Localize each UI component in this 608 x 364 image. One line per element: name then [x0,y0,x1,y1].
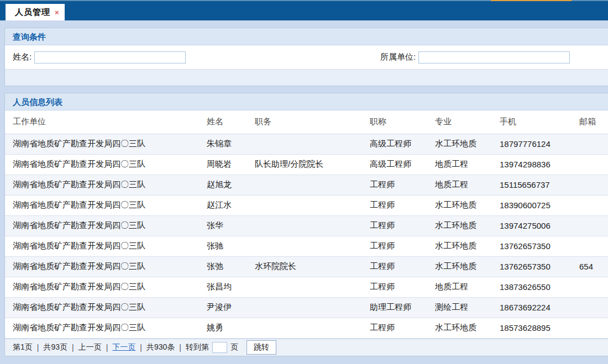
table-cell [579,154,608,175]
table-cell: 工程师 [370,215,435,236]
name-field-group: 姓名: [13,45,186,69]
table-cell: 13762657350 [500,236,579,256]
table-cell [255,175,370,195]
total-pages-info: 共93页 [43,342,67,352]
table-cell: 水工环地质 [435,195,500,215]
table-cell: 地质工程 [435,175,500,195]
personnel-table-body: 湖南省地质矿产勘查开发局四〇三队朱锦章高级工程师水工环地质18797776124… [5,134,608,338]
table-cell: 队长助理/分院院长 [255,154,370,175]
table-cell [579,277,608,297]
table-cell: 18673692224 [500,297,579,318]
table-cell: 13873626550 [500,277,579,297]
table-cell: 湖南省地质矿产勘查开发局四〇三队 [5,195,207,215]
pagination-separator: | [72,343,74,352]
close-icon[interactable]: × [55,9,59,16]
top-edge-strip [0,0,608,1]
table-cell: 张华 [207,215,255,236]
table-cell: 水工环地质 [435,256,500,277]
table-cell [255,195,370,215]
pagination-bar: 第1页 | 共93页 | 上一页 | 下一页 | 共930条 | 转到第 页 跳… [5,339,608,356]
column-header: 姓名 [207,110,255,134]
column-header: 手机 [500,110,579,134]
personnel-management-page: { "top_tab": { "label": "人员管理", "close_i… [0,0,608,364]
pagination-separator: | [179,343,181,352]
table-cell: 15115656737 [500,175,579,195]
query-panel: 查询条件 姓名: 所属单位: [4,28,608,86]
table-row[interactable]: 湖南省地质矿产勘查开发局四〇三队姚勇工程师水工环地质18573628895 [5,318,608,338]
table-cell [579,297,608,318]
tab-label: 人员管理 [15,7,50,18]
table-cell: 工程师 [370,256,435,277]
query-panel-title: 查询条件 [5,28,608,45]
query-form-row: 姓名: 所属单位: [5,45,608,69]
table-cell: 张昌均 [207,277,255,297]
table-cell: 水工环地质 [435,134,500,154]
table-cell: 13974275006 [500,215,579,236]
column-header: 邮箱 [579,110,608,134]
table-cell [579,318,608,338]
table-row[interactable]: 湖南省地质矿产勘查开发局四〇三队张弛水环院院长工程师水工环地质137626573… [5,256,608,277]
personnel-table: 工作单位姓名职务职称专业手机邮箱 湖南省地质矿产勘查开发局四〇三队朱锦章高级工程… [5,110,608,339]
table-cell: 654 [579,256,608,277]
next-page-link[interactable]: 下一页 [112,342,135,352]
table-cell [255,318,370,338]
table-cell: 湖南省地质矿产勘查开发局四〇三队 [5,236,207,256]
table-cell [255,297,370,318]
table-cell: 湖南省地质矿产勘查开发局四〇三队 [5,277,207,297]
pagination-separator: | [106,343,108,352]
column-header: 职称 [370,110,435,134]
table-cell: 地质工程 [435,154,500,175]
table-cell: 湖南省地质矿产勘查开发局四〇三队 [5,175,207,195]
top-edge-orange-segment [491,0,572,1]
table-cell: 湖南省地质矿产勘查开发局四〇三队 [5,256,207,277]
table-cell: 高级工程师 [370,154,435,175]
total-records-info: 共930条 [146,342,175,352]
table-cell: 13762657350 [500,256,579,277]
goto-page-prefix: 转到第 [186,342,209,352]
table-cell: 地质工程 [435,277,500,297]
table-cell [255,236,370,256]
personnel-list-panel: 人员信息列表 工作单位姓名职务职称专业手机邮箱 湖南省地质矿产勘查开发局四〇三队… [4,93,608,356]
table-cell: 水工环地质 [435,215,500,236]
table-cell: 18390600725 [500,195,579,215]
jump-button[interactable]: 跳转 [247,340,276,355]
table-row[interactable]: 湖南省地质矿产勘查开发局四〇三队赵江水工程师水工环地质18390600725 [5,195,608,215]
table-cell [579,195,608,215]
table-cell: 水工环地质 [435,318,500,338]
prev-page-button[interactable]: 上一页 [78,342,102,352]
name-input[interactable] [34,51,186,64]
table-cell: 张驰 [207,236,255,256]
table-cell: 周晓岩 [207,154,255,175]
pagination-separator: | [37,343,39,352]
table-row[interactable]: 湖南省地质矿产勘查开发局四〇三队朱锦章高级工程师水工环地质18797776124 [5,134,608,154]
unit-field-group: 所属单位: [380,45,570,69]
query-panel-footer [5,69,608,86]
table-cell: 工程师 [370,236,435,256]
personnel-table-header-row: 工作单位姓名职务职称专业手机邮箱 [5,110,608,134]
table-cell: 工程师 [370,195,435,215]
table-cell: 13974298836 [500,154,579,175]
table-row[interactable]: 湖南省地质矿产勘查开发局四〇三队尹浚伊助理工程师测绘工程18673692224 [5,297,608,318]
goto-page-suffix: 页 [230,342,238,352]
table-cell: 18797776124 [500,134,579,154]
table-row[interactable]: 湖南省地质矿产勘查开发局四〇三队赵旭龙工程师地质工程15115656737 [5,175,608,195]
table-row[interactable]: 湖南省地质矿产勘查开发局四〇三队张华工程师水工环地质13974275006 [5,215,608,236]
list-panel-title: 人员信息列表 [5,93,608,110]
table-cell [579,134,608,154]
table-row[interactable]: 湖南省地质矿产勘查开发局四〇三队张驰工程师水工环地质13762657350 [5,236,608,256]
table-row[interactable]: 湖南省地质矿产勘查开发局四〇三队周晓岩队长助理/分院院长高级工程师地质工程139… [5,154,608,175]
unit-input[interactable] [418,51,570,64]
table-cell: 水工环地质 [435,236,500,256]
column-header: 职务 [255,110,370,134]
column-header: 专业 [435,110,500,134]
table-cell: 赵旭龙 [207,175,255,195]
table-cell: 18573628895 [500,318,579,338]
table-row[interactable]: 湖南省地质矿产勘查开发局四〇三队张昌均工程师地质工程13873626550 [5,277,608,297]
goto-page-input[interactable] [212,342,227,353]
table-cell: 高级工程师 [370,134,435,154]
table-cell [255,215,370,236]
tab-bar: 人员管理 × [0,1,608,20]
table-cell: 尹浚伊 [207,297,255,318]
table-cell: 朱锦章 [207,134,255,154]
tab-personnel-management[interactable]: 人员管理 × [6,4,65,20]
